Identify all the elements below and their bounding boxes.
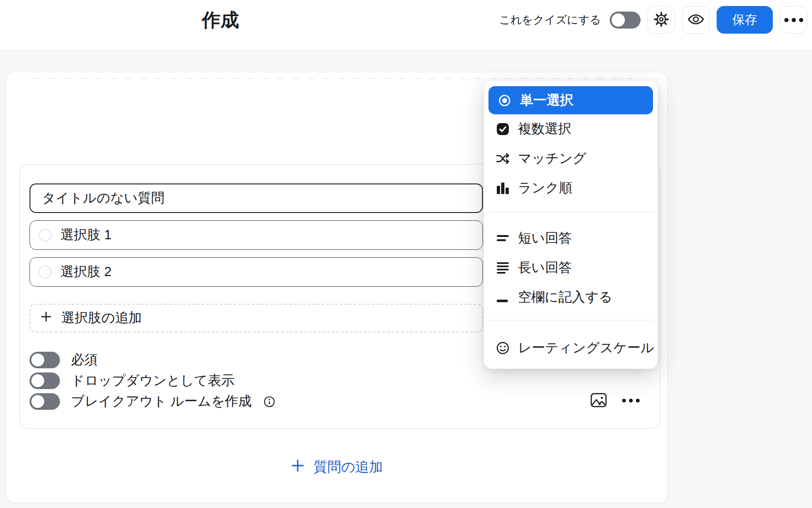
page-title: 作成 xyxy=(202,7,240,33)
menu-item-rank-order[interactable]: ランク順 xyxy=(488,173,653,203)
long-answer-icon xyxy=(496,261,510,275)
dropdown-toggle-row: ドロップダウンとして表示 xyxy=(29,372,235,390)
top-bar: 作成 これをクイズにする xyxy=(0,0,812,51)
add-choice-button[interactable]: 選択肢の追加 xyxy=(29,304,483,332)
poll-editor-screen: 作成 これをクイズにする xyxy=(0,0,812,508)
menu-divider xyxy=(488,320,653,320)
preview-button[interactable] xyxy=(682,6,710,34)
ellipsis-icon xyxy=(622,399,640,402)
breakout-toggle[interactable] xyxy=(29,393,60,410)
header-actions: これをクイズにする xyxy=(499,6,807,34)
toggle-knob xyxy=(31,354,44,366)
toggle-knob xyxy=(612,13,625,27)
smiley-icon xyxy=(496,341,510,355)
ellipsis-icon xyxy=(784,18,803,22)
checkbox-icon xyxy=(496,122,510,136)
short-answer-icon xyxy=(496,231,510,245)
drag-handle[interactable] xyxy=(34,78,640,79)
dropdown-toggle[interactable] xyxy=(29,372,60,389)
shuffle-icon xyxy=(496,152,510,165)
menu-item-long-answer[interactable]: 長い回答 xyxy=(488,253,653,283)
toggle-knob xyxy=(31,374,44,387)
radio-icon xyxy=(39,229,52,242)
choice-row[interactable]: 選択肢 1 xyxy=(29,220,483,250)
question-title-input[interactable]: タイトルのない質問 xyxy=(29,183,483,213)
image-icon xyxy=(590,393,607,409)
menu-item-matching[interactable]: マッチング xyxy=(488,144,653,173)
radio-selected-icon xyxy=(498,94,512,107)
add-choice-label: 選択肢の追加 xyxy=(61,309,142,327)
breakout-toggle-row: ブレイクアウト ルームを作成 xyxy=(29,392,275,411)
question-more-button[interactable] xyxy=(618,391,644,410)
fill-blank-icon xyxy=(496,290,510,304)
radio-icon xyxy=(39,266,52,278)
more-button[interactable] xyxy=(780,6,807,34)
add-question-button[interactable]: 質問の追加 xyxy=(6,456,667,478)
save-button[interactable]: 保存 xyxy=(717,6,773,34)
choice-label: 選択肢 2 xyxy=(60,263,112,281)
toggle-knob xyxy=(31,395,44,408)
plus-icon xyxy=(291,459,305,476)
question-type-menu: 単一選択 複数選択 マッチング xyxy=(484,81,658,369)
menu-item-single-choice[interactable]: 単一選択 xyxy=(488,86,653,114)
quiz-toggle-label: これをクイズにする xyxy=(499,12,601,27)
add-image-button[interactable] xyxy=(586,390,612,412)
menu-item-fill-blank[interactable]: 空欄に記入する xyxy=(488,283,653,312)
choice-label: 選択肢 1 xyxy=(60,226,112,244)
menu-divider xyxy=(488,212,653,213)
question-title-value: タイトルのない質問 xyxy=(42,189,165,207)
breakout-label: ブレイクアウト ルームを作成 xyxy=(71,392,252,411)
eye-icon xyxy=(688,13,704,27)
add-question-label: 質問の追加 xyxy=(313,458,383,477)
quiz-toggle[interactable] xyxy=(610,12,641,29)
menu-item-multiple-choice[interactable]: 複数選択 xyxy=(488,114,653,144)
plus-icon xyxy=(40,311,52,326)
settings-button[interactable] xyxy=(647,6,675,34)
choice-row[interactable]: 選択肢 2 xyxy=(29,257,483,287)
bar-chart-icon xyxy=(496,181,510,195)
menu-item-short-answer[interactable]: 短い回答 xyxy=(488,224,653,253)
menu-item-rating-scale[interactable]: レーティングスケール xyxy=(488,333,653,363)
required-toggle-row: 必須 xyxy=(29,351,98,369)
dropdown-label: ドロップダウンとして表示 xyxy=(71,372,235,390)
required-toggle[interactable] xyxy=(29,352,60,368)
info-icon[interactable] xyxy=(264,396,275,408)
required-label: 必須 xyxy=(71,351,98,369)
gear-icon xyxy=(653,12,669,29)
